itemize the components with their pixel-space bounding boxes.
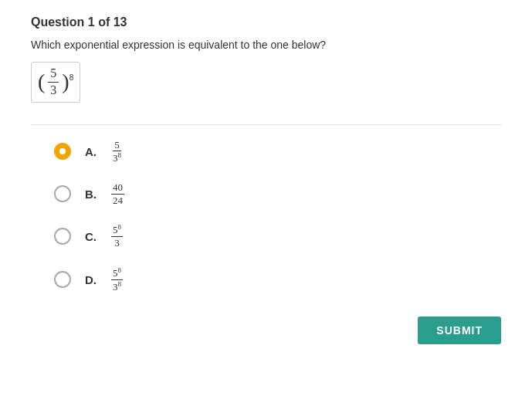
- option-item-d[interactable]: D. 58 38: [54, 266, 501, 293]
- option-a-denominator: 38: [111, 151, 123, 164]
- radio-b[interactable]: [54, 185, 71, 202]
- option-a-denom-exp: 8: [118, 151, 122, 159]
- option-value-c: 58 3: [111, 223, 123, 249]
- option-item-a[interactable]: A. 5 38: [54, 139, 501, 165]
- option-b-numerator: 40: [111, 181, 124, 195]
- option-label-d: D.: [85, 273, 100, 286]
- expression-exponent: 8: [69, 73, 74, 82]
- radio-a[interactable]: [54, 143, 71, 160]
- option-c-num-exp: 8: [118, 223, 122, 231]
- question-text: Which exponential expression is equivale…: [31, 39, 501, 51]
- option-d-denom-exp: 8: [118, 280, 122, 288]
- option-c-numerator: 58: [111, 223, 123, 237]
- option-item-b[interactable]: B. 40 24: [54, 181, 501, 206]
- option-d-num-exp: 8: [118, 266, 122, 274]
- radio-d[interactable]: [54, 271, 71, 288]
- option-b-denominator: 24: [111, 195, 124, 207]
- option-label-a: A.: [85, 145, 100, 158]
- option-label-b: B.: [85, 188, 100, 201]
- option-d-numerator: 58: [111, 266, 123, 280]
- option-d-denominator: 38: [111, 280, 123, 293]
- expression-numerator: 5: [48, 66, 59, 83]
- option-c-denominator: 3: [113, 237, 121, 249]
- options-list: A. 5 38 B. 40 24 C. 58 3: [54, 139, 501, 293]
- option-value-d: 58 38: [111, 266, 123, 293]
- option-label-c: C.: [85, 230, 100, 243]
- right-paren: ): [62, 69, 69, 93]
- expression-denominator: 3: [48, 83, 59, 99]
- radio-c[interactable]: [54, 228, 71, 245]
- left-paren: (: [38, 69, 45, 93]
- given-expression: ( 5 3 )8: [31, 62, 80, 103]
- option-item-c[interactable]: C. 58 3: [54, 223, 501, 249]
- option-value-a: 5 38: [111, 139, 123, 165]
- section-divider: [31, 124, 501, 125]
- submit-button[interactable]: SUBMIT: [418, 316, 501, 344]
- option-b-fraction: 40 24: [111, 181, 124, 206]
- option-a-numerator: 5: [113, 139, 121, 152]
- option-d-fraction: 58 38: [111, 266, 123, 293]
- option-value-b: 40 24: [111, 181, 124, 206]
- expression-fraction: 5 3: [48, 66, 59, 99]
- submit-area: SUBMIT: [31, 316, 501, 344]
- question-header: Question 1 of 13: [31, 15, 501, 29]
- option-a-fraction: 5 38: [111, 139, 123, 165]
- option-c-fraction: 58 3: [111, 223, 123, 249]
